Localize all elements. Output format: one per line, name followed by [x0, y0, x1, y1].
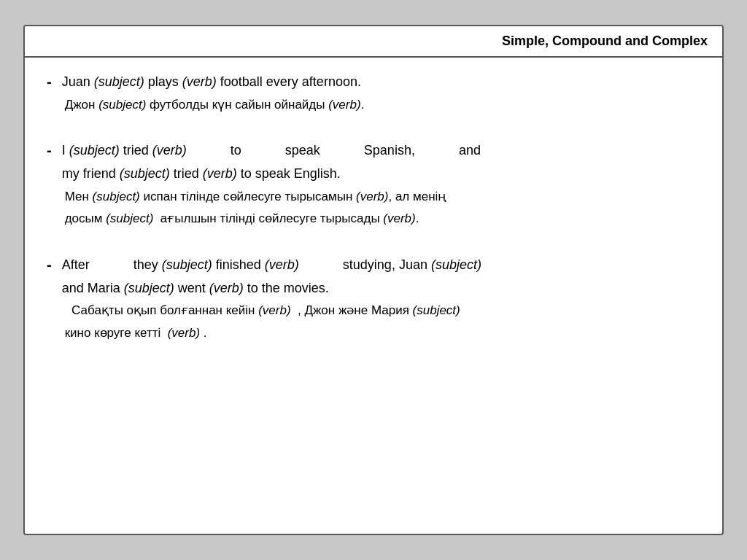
header-title: Simple, Compound and Complex [502, 34, 708, 48]
sentence-row-1: - Juan (subject) plays (verb) football e… [47, 72, 700, 114]
kazakh-line-2-1: Мен (subject) испан тілінде сөйлесуге ты… [65, 187, 700, 206]
english-line-2-2: my friend (subject) tried (verb) to spea… [62, 164, 700, 184]
sentence-row-3: - After they (subject) finished (verb) s… [47, 255, 700, 343]
card-body: - Juan (subject) plays (verb) football e… [25, 58, 722, 534]
bullet-1: - [47, 74, 52, 90]
bullet-2: - [47, 142, 52, 159]
sentence-block-3: - After they (subject) finished (verb) s… [47, 255, 700, 347]
sentence-row-2: - I (subject) tried (verb) to speak Span… [47, 141, 700, 228]
sentence-content-3: After they (subject) finished (verb) stu… [62, 255, 700, 343]
english-line-1-1: Juan (subject) plays (verb) football eve… [62, 72, 700, 93]
sentence-block-2: - I (subject) tried (verb) to speak Span… [47, 141, 700, 233]
kazakh-line-2-2: досым (subject) ағылшын тілінді сөйлесуг… [65, 209, 700, 228]
kazakh-line-3-1: Сабақты оқып болғаннан кейін (verb) , Дж… [65, 301, 700, 320]
sentence-block-1: - Juan (subject) plays (verb) football e… [47, 72, 700, 119]
sentence-content-2: I (subject) tried (verb) to speak Spanis… [62, 141, 700, 228]
bullet-3: - [47, 257, 52, 273]
english-line-3-1: After they (subject) finished (verb) stu… [62, 255, 700, 276]
card-header: Simple, Compound and Complex [25, 26, 722, 58]
kazakh-line-3-2: кино көруге кетті (verb) . [65, 324, 700, 343]
main-card: Simple, Compound and Complex - Juan (sub… [23, 25, 724, 535]
kazakh-line-1-1: Джон (subject) футболды күн сайын ойнайд… [65, 96, 700, 114]
english-line-3-2: and Maria (subject) went (verb) to the m… [62, 279, 700, 299]
english-line-2-1: I (subject) tried (verb) to speak Spanis… [62, 141, 700, 161]
sentence-content-1: Juan (subject) plays (verb) football eve… [62, 72, 700, 114]
